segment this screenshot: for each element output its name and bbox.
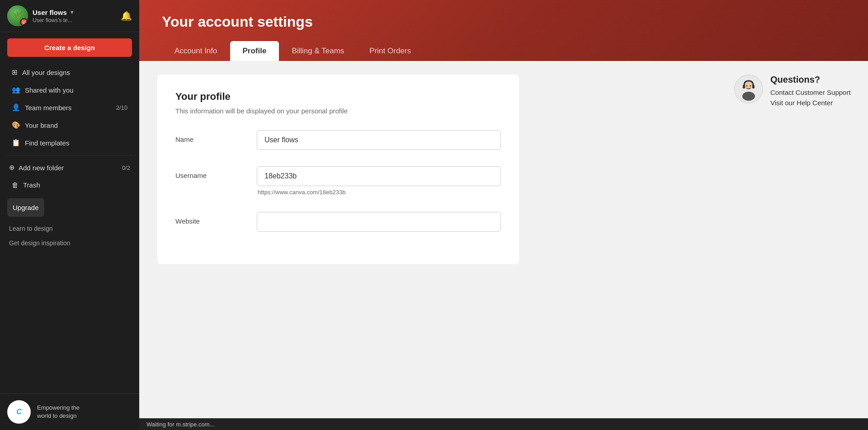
sidebar-footer: C Empowering the world to design bbox=[0, 393, 139, 430]
right-panel: Questions? Contact Customer Support Visi… bbox=[723, 61, 868, 418]
tab-profile[interactable]: Profile bbox=[230, 41, 279, 61]
questions-title: Questions? bbox=[770, 75, 857, 85]
team-icon: 👤 bbox=[12, 103, 20, 112]
avatar[interactable]: 🌿 U bbox=[7, 5, 28, 26]
grid-icon: ⊞ bbox=[12, 68, 18, 76]
sidebar-item-inspiration[interactable]: Get design inspiration bbox=[0, 236, 139, 250]
questions-card: Questions? Contact Customer Support Visi… bbox=[734, 75, 857, 109]
tab-print-orders[interactable]: Print Orders bbox=[357, 41, 424, 61]
status-bar: Waiting for m.stripe.com... bbox=[139, 418, 868, 430]
brand-icon: 🎨 bbox=[12, 121, 20, 129]
help-center-link[interactable]: Visit our Help Center bbox=[770, 99, 857, 107]
folder-badge: 0/2 bbox=[122, 164, 130, 171]
sidebar-item-learn[interactable]: Learn to design bbox=[0, 221, 139, 236]
sidebar-item-find-templates[interactable]: 📋 Find templates bbox=[3, 134, 137, 151]
share-icon: 👥 bbox=[12, 86, 20, 94]
sidebar-header: 🌿 U User flows ▼ User flows's te... 🔔 bbox=[0, 0, 139, 32]
tabs: Account Info Profile Billing & Teams Pri… bbox=[162, 41, 845, 61]
name-field: Name bbox=[175, 130, 501, 150]
svg-rect-4 bbox=[752, 85, 755, 89]
trash-icon: 🗑 bbox=[12, 181, 19, 189]
username-label: Username bbox=[175, 166, 257, 179]
name-input[interactable] bbox=[257, 130, 501, 150]
svg-rect-3 bbox=[743, 85, 745, 89]
main-content: Your account settings Account Info Profi… bbox=[139, 0, 868, 430]
template-icon: 📋 bbox=[12, 139, 20, 147]
sidebar-item-all-designs[interactable]: ⊞ All your designs bbox=[3, 64, 137, 81]
website-label: Website bbox=[175, 212, 257, 225]
username-input-wrapper: https://www.canva.com/18eb233b bbox=[257, 166, 501, 196]
sidebar-item-team-members[interactable]: 👤 Team members 2/10 bbox=[3, 99, 137, 116]
name-label: Name bbox=[175, 130, 257, 143]
tab-account-info[interactable]: Account Info bbox=[162, 41, 230, 61]
contact-support-link[interactable]: Contact Customer Support bbox=[770, 89, 857, 96]
sidebar-item-shared-with-you[interactable]: 👥 Shared with you bbox=[3, 81, 137, 98]
canva-tagline: Empowering the world to design bbox=[37, 404, 80, 420]
profile-card-desc: This information will be displayed on yo… bbox=[175, 107, 501, 115]
username-input[interactable] bbox=[257, 166, 501, 186]
user-name[interactable]: User flows ▼ bbox=[33, 9, 116, 16]
create-design-button[interactable]: Create a design bbox=[7, 38, 132, 57]
sidebar-divider bbox=[7, 155, 132, 155]
svg-point-5 bbox=[746, 85, 748, 87]
page-title: Your account settings bbox=[162, 14, 845, 30]
user-subtitle: User flows's te... bbox=[33, 17, 116, 23]
website-input-wrapper bbox=[257, 212, 501, 232]
svg-point-6 bbox=[750, 85, 751, 87]
website-input[interactable] bbox=[257, 212, 501, 232]
add-folder-button[interactable]: ⊕ Add new folder 0/2 bbox=[0, 159, 139, 176]
user-info: User flows ▼ User flows's te... bbox=[33, 9, 116, 23]
chevron-down-icon: ▼ bbox=[70, 9, 75, 15]
upgrade-button[interactable]: Upgrade bbox=[7, 198, 44, 217]
sidebar-item-your-brand[interactable]: 🎨 Your brand bbox=[3, 117, 137, 134]
svg-point-2 bbox=[742, 92, 755, 101]
questions-content: Questions? Contact Customer Support Visi… bbox=[770, 75, 857, 109]
profile-card: Your profile This information will be di… bbox=[157, 75, 519, 264]
status-text: Waiting for m.stripe.com... bbox=[146, 421, 215, 428]
plus-circle-icon: ⊕ bbox=[9, 164, 15, 172]
avatar-badge: U bbox=[20, 18, 28, 26]
website-field: Website bbox=[175, 212, 501, 232]
username-url: https://www.canva.com/18eb233b bbox=[257, 189, 501, 196]
sidebar: 🌿 U User flows ▼ User flows's te... 🔔 Cr… bbox=[0, 0, 139, 430]
username-field: Username https://www.canva.com/18eb233b bbox=[175, 166, 501, 196]
form-section: Your profile This information will be di… bbox=[139, 61, 723, 418]
name-input-wrapper bbox=[257, 130, 501, 150]
profile-card-title: Your profile bbox=[175, 91, 501, 103]
sidebar-nav: ⊞ All your designs 👥 Shared with you 👤 T… bbox=[0, 63, 139, 393]
top-header: Your account settings Account Info Profi… bbox=[139, 0, 868, 61]
tab-billing-teams[interactable]: Billing & Teams bbox=[279, 41, 357, 61]
sidebar-item-trash[interactable]: 🗑 Trash bbox=[3, 177, 137, 193]
canva-logo: C bbox=[7, 400, 31, 424]
team-members-badge: 2/10 bbox=[116, 104, 127, 111]
support-avatar bbox=[734, 75, 763, 103]
bell-icon[interactable]: 🔔 bbox=[121, 10, 132, 21]
content-area: Your profile This information will be di… bbox=[139, 61, 868, 418]
